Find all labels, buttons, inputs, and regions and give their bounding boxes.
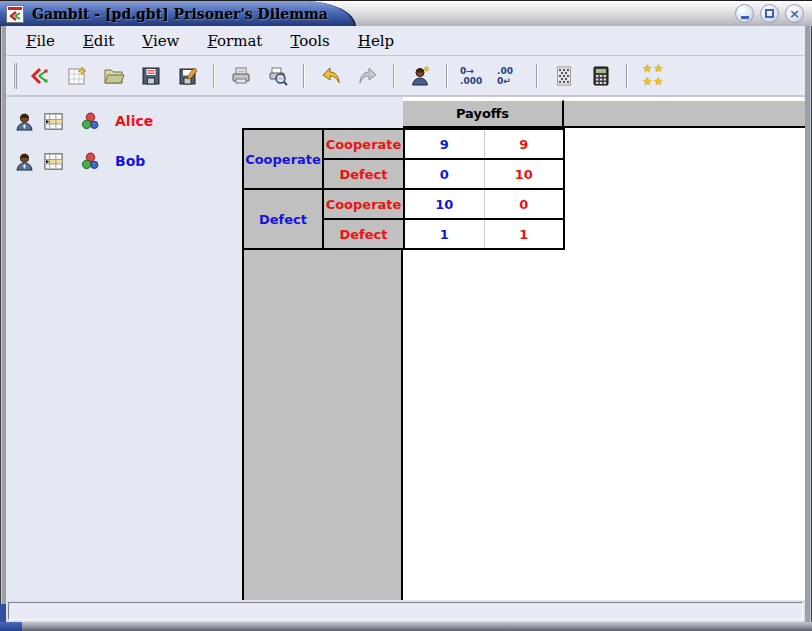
status-text xyxy=(8,602,803,620)
compute-equilibrium-icon[interactable] xyxy=(587,62,614,89)
increase-decimals-icon[interactable]: 0→ .000 xyxy=(460,62,487,89)
print-icon[interactable] xyxy=(227,62,254,89)
payoff-cell[interactable]: 10 xyxy=(484,159,564,189)
row-label-gutter xyxy=(242,250,403,601)
player-color-icon[interactable] xyxy=(80,151,101,172)
payoff-cell[interactable]: 9 xyxy=(404,129,484,159)
matrix-row: Defect Cooperate 10 0 xyxy=(243,189,564,219)
menu-edit[interactable]: Edit xyxy=(75,29,122,53)
random-payoffs-icon[interactable] xyxy=(550,62,577,89)
strategy-label-inner[interactable]: Cooperate xyxy=(323,129,404,159)
add-player-icon[interactable] xyxy=(407,62,434,89)
strategy-table-icon[interactable] xyxy=(43,151,64,172)
star-icon: ★ xyxy=(654,64,665,74)
decrease-decimals-icon[interactable]: .00 0↵ xyxy=(497,62,524,89)
strategy-label-outer[interactable]: Cooperate xyxy=(243,129,323,189)
toolbar-grip[interactable] xyxy=(13,63,17,89)
minimize-button[interactable] xyxy=(735,4,754,23)
title-tab[interactable]: Gambit - [pd.gbt] Prisoner's Dilemma xyxy=(0,1,356,27)
toolbar-separator xyxy=(303,64,305,88)
menu-help[interactable]: Help xyxy=(350,29,402,53)
player-color-icon[interactable] xyxy=(80,111,101,132)
grid-corner xyxy=(242,97,403,128)
decrease-decimals-bottom: 0↵ xyxy=(497,76,511,86)
increase-decimals-top: 0→ xyxy=(460,66,474,76)
payoff-cell[interactable]: 1 xyxy=(404,219,484,249)
window-title: Gambit - [pd.gbt] Prisoner's Dilemma xyxy=(32,6,328,22)
player-row-alice: Alice xyxy=(6,101,242,141)
maximize-icon xyxy=(765,9,774,18)
payoff-matrix: Cooperate Cooperate 9 9 Defect 0 10 Defe… xyxy=(242,128,565,250)
menu-format[interactable]: Format xyxy=(199,29,270,53)
matrix-row: Cooperate Cooperate 9 9 xyxy=(243,129,564,159)
toolbar-separator xyxy=(446,64,448,88)
close-icon: × xyxy=(789,7,800,20)
redo-icon[interactable] xyxy=(354,62,381,89)
player-panel: Alice xyxy=(6,97,242,600)
gambit-app-icon xyxy=(6,5,24,23)
toolbar-separator xyxy=(393,64,395,88)
payoffs-header: Payoffs xyxy=(403,100,564,128)
payoff-cell[interactable]: 0 xyxy=(404,159,484,189)
strategy-label-inner[interactable]: Defect xyxy=(323,159,404,189)
payoff-cell[interactable]: 9 xyxy=(484,129,564,159)
save-icon[interactable] xyxy=(137,62,164,89)
menu-view[interactable]: View xyxy=(134,29,187,53)
gambit-logo-icon[interactable] xyxy=(26,62,53,89)
toolbar-separator xyxy=(626,64,628,88)
window-frame-left xyxy=(0,26,6,622)
strategy-label-outer[interactable]: Defect xyxy=(243,189,323,249)
payoff-cell[interactable]: 10 xyxy=(404,189,484,219)
minimize-icon xyxy=(741,16,749,19)
game-view: Alice xyxy=(6,96,805,600)
menu-tools[interactable]: Tools xyxy=(282,29,337,53)
player-name[interactable]: Alice xyxy=(115,113,153,129)
menubar: File Edit View Format Tools Help xyxy=(6,26,805,56)
toolbar-separator xyxy=(213,64,215,88)
menu-file[interactable]: File xyxy=(18,29,63,53)
window-frame-bottom xyxy=(0,622,812,631)
toolbar: 0→ .000 .00 0↵ xyxy=(6,56,805,96)
quantal-response-icon[interactable]: ★ ★ ★ ★ xyxy=(640,62,667,89)
player-portrait-icon[interactable] xyxy=(14,111,35,132)
print-preview-icon[interactable] xyxy=(264,62,291,89)
new-game-icon[interactable] xyxy=(63,62,90,89)
resize-grip[interactable] xyxy=(0,604,6,624)
open-icon[interactable] xyxy=(100,62,127,89)
strategy-label-inner[interactable]: Defect xyxy=(323,219,404,249)
save-as-icon[interactable] xyxy=(174,62,201,89)
maximize-button[interactable] xyxy=(760,4,779,23)
strategy-table-icon[interactable] xyxy=(43,111,64,132)
header-filler xyxy=(564,100,805,128)
resize-grip[interactable] xyxy=(0,622,22,631)
decrease-decimals-top: .00 xyxy=(497,66,513,76)
undo-icon[interactable] xyxy=(317,62,344,89)
star-icon: ★ xyxy=(654,77,665,87)
strategy-label-inner[interactable]: Cooperate xyxy=(323,189,404,219)
titlebar: Gambit - [pd.gbt] Prisoner's Dilemma × xyxy=(0,0,812,26)
window-frame-right xyxy=(805,26,812,622)
toolbar-separator xyxy=(536,64,538,88)
payoff-cell[interactable]: 1 xyxy=(484,219,564,249)
close-button[interactable]: × xyxy=(785,4,804,23)
player-row-bob: Bob xyxy=(6,141,242,181)
player-portrait-icon[interactable] xyxy=(14,151,35,172)
player-name[interactable]: Bob xyxy=(115,153,145,169)
star-icon: ★ xyxy=(643,77,654,87)
payoff-cell[interactable]: 0 xyxy=(484,189,564,219)
star-icon: ★ xyxy=(643,64,654,74)
increase-decimals-bottom: .000 xyxy=(460,76,482,86)
statusbar xyxy=(6,600,805,622)
